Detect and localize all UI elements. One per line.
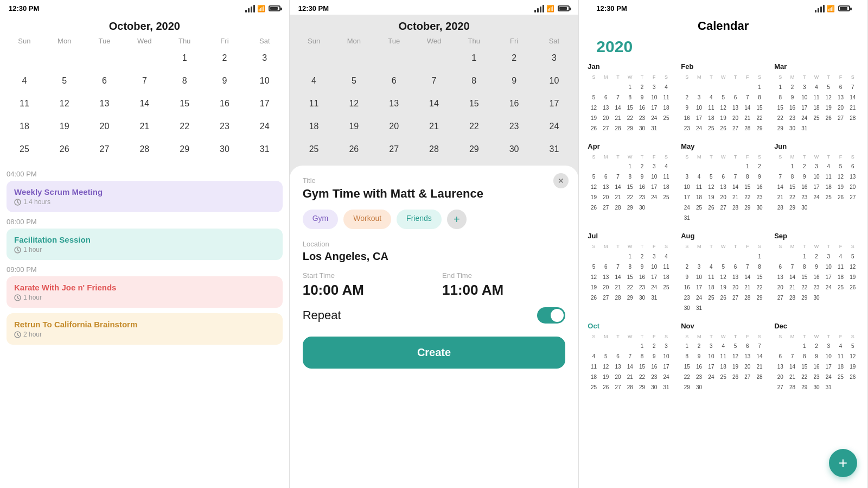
mini-day-cell[interactable]: 5 bbox=[717, 262, 729, 272]
mini-day-cell[interactable]: 1 bbox=[786, 162, 798, 172]
mini-day-cell[interactable]: 4 bbox=[705, 262, 717, 272]
mini-day-cell[interactable]: 13 bbox=[729, 103, 741, 113]
mini-day-cell[interactable]: 6 bbox=[774, 262, 786, 272]
mini-day-cell[interactable]: 7 bbox=[786, 262, 798, 272]
mini-day-cell[interactable]: 30 bbox=[754, 203, 765, 213]
mini-day-cell[interactable]: 25 bbox=[834, 372, 846, 382]
mini-day-cell[interactable]: 22 bbox=[786, 193, 798, 202]
mini-day-cell[interactable]: 18 bbox=[705, 113, 717, 123]
mini-day-cell[interactable]: 6 bbox=[600, 93, 612, 103]
mini-day-cell[interactable]: 9 bbox=[810, 262, 822, 272]
cal-day[interactable]: 17 bbox=[245, 93, 285, 115]
mini-day-cell[interactable]: 6 bbox=[600, 172, 612, 182]
cal-day[interactable]: 16 bbox=[205, 93, 245, 115]
mini-day-cell[interactable]: 21 bbox=[624, 372, 636, 382]
mini-day-cell[interactable]: 30 bbox=[636, 203, 648, 213]
cal-day[interactable]: 2 bbox=[494, 47, 534, 69]
mini-day-cell[interactable]: 4 bbox=[660, 252, 672, 262]
mini-day-cell[interactable]: 8 bbox=[681, 352, 693, 362]
mini-day-cell[interactable]: 19 bbox=[847, 362, 859, 372]
mini-day-cell[interactable]: 25 bbox=[717, 372, 729, 382]
mini-day-cell[interactable]: 23 bbox=[648, 372, 660, 382]
mini-day-cell[interactable]: 23 bbox=[636, 283, 648, 293]
mini-day-cell[interactable]: 30 bbox=[636, 124, 648, 134]
mini-day-cell[interactable]: 6 bbox=[742, 341, 754, 351]
add-tag-button[interactable]: + bbox=[447, 210, 467, 229]
mini-day-cell[interactable]: 16 bbox=[648, 362, 660, 372]
cal-day[interactable]: 26 bbox=[44, 138, 85, 160]
cal-day[interactable]: 13 bbox=[374, 93, 414, 115]
cal-day[interactable]: 19 bbox=[44, 116, 85, 137]
cal-day[interactable]: 26 bbox=[334, 138, 374, 160]
mini-day-cell[interactable]: 26 bbox=[834, 193, 846, 202]
mini-day-cell[interactable]: 12 bbox=[834, 172, 846, 182]
mini-day-cell[interactable]: 26 bbox=[588, 203, 599, 213]
mini-day-cell[interactable]: 27 bbox=[834, 113, 846, 123]
mini-day-cell[interactable]: 18 bbox=[660, 272, 672, 282]
mini-day-cell[interactable]: 1 bbox=[774, 83, 786, 92]
mini-day-cell[interactable]: 23 bbox=[636, 193, 648, 202]
mini-day-cell[interactable]: 20 bbox=[729, 113, 741, 123]
mini-day-cell[interactable]: 17 bbox=[810, 182, 822, 192]
mini-day-cell[interactable]: 16 bbox=[693, 362, 705, 372]
cal-day[interactable]: 2 bbox=[205, 47, 245, 69]
mini-day-cell[interactable]: 28 bbox=[754, 372, 765, 382]
mini-day-cell[interactable]: 13 bbox=[774, 362, 786, 372]
cal-day[interactable]: 30 bbox=[205, 138, 245, 160]
mini-day-cell[interactable]: 17 bbox=[660, 362, 672, 372]
mini-day-cell[interactable]: 24 bbox=[693, 124, 705, 134]
mini-day-cell[interactable]: 1 bbox=[754, 83, 765, 92]
mini-day-cell[interactable]: 9 bbox=[648, 352, 660, 362]
mini-day-cell[interactable]: 8 bbox=[742, 172, 754, 182]
mini-day-cell[interactable]: 26 bbox=[717, 293, 729, 303]
mini-day-cell[interactable]: 21 bbox=[612, 193, 624, 202]
mini-day-cell[interactable]: 16 bbox=[810, 272, 822, 282]
cal-day[interactable] bbox=[44, 47, 85, 69]
mini-day-cell[interactable]: 14 bbox=[742, 103, 754, 113]
mini-day-cell[interactable]: 29 bbox=[754, 293, 765, 303]
mini-day-cell[interactable]: 8 bbox=[799, 352, 810, 362]
mini-day-cell[interactable]: 9 bbox=[681, 272, 693, 282]
mini-day-cell[interactable]: 23 bbox=[681, 293, 693, 303]
mini-day-cell[interactable]: 29 bbox=[624, 203, 636, 213]
mini-day-cell[interactable]: 11 bbox=[660, 93, 672, 103]
mini-day-cell[interactable]: 12 bbox=[588, 272, 599, 282]
mini-day-cell[interactable]: 23 bbox=[810, 283, 822, 293]
mini-day-cell[interactable]: 7 bbox=[754, 341, 765, 351]
mini-day-cell[interactable]: 19 bbox=[847, 272, 859, 282]
tag-gym[interactable]: Gym bbox=[303, 210, 339, 229]
mini-day-cell[interactable]: 20 bbox=[774, 283, 786, 293]
mini-day-cell[interactable]: 17 bbox=[822, 272, 834, 282]
mini-day-cell[interactable]: 2 bbox=[754, 162, 765, 172]
mini-day-cell[interactable]: 20 bbox=[612, 372, 624, 382]
cal-day[interactable]: 15 bbox=[164, 93, 205, 115]
mini-day-cell[interactable]: 16 bbox=[754, 182, 765, 192]
mini-day-cell[interactable]: 16 bbox=[636, 103, 648, 113]
mini-day-cell[interactable]: 9 bbox=[786, 93, 798, 103]
cal-day[interactable]: 21 bbox=[414, 116, 454, 137]
mini-day-cell[interactable]: 10 bbox=[693, 103, 705, 113]
mini-day-cell[interactable]: 12 bbox=[822, 93, 834, 103]
mini-day-cell[interactable]: 21 bbox=[742, 283, 754, 293]
mini-day-cell[interactable]: 18 bbox=[834, 362, 846, 372]
cal-day[interactable]: 8 bbox=[164, 70, 205, 92]
cal-day[interactable]: 16 bbox=[494, 93, 534, 115]
mini-day-cell[interactable]: 15 bbox=[754, 272, 765, 282]
mini-day-cell[interactable]: 19 bbox=[588, 283, 599, 293]
mini-day-cell[interactable]: 3 bbox=[693, 262, 705, 272]
mini-day-cell[interactable]: 19 bbox=[717, 113, 729, 123]
mini-day-cell[interactable]: 19 bbox=[834, 182, 846, 192]
mini-day-cell[interactable]: 14 bbox=[624, 362, 636, 372]
event-card[interactable]: Karate With Joe n' Friends 1 hour bbox=[7, 276, 283, 308]
cal-day[interactable]: 24 bbox=[245, 116, 285, 137]
mini-day-cell[interactable]: 9 bbox=[636, 172, 648, 182]
repeat-toggle[interactable] bbox=[537, 307, 565, 324]
mini-day-cell[interactable]: 13 bbox=[729, 272, 741, 282]
mini-day-cell[interactable]: 1 bbox=[624, 162, 636, 172]
mini-day-cell[interactable]: 29 bbox=[799, 383, 810, 392]
event-card[interactable]: Facilitation Session 1 hour bbox=[7, 229, 283, 260]
fab-add-button[interactable]: + bbox=[829, 449, 857, 477]
mini-day-cell[interactable]: 4 bbox=[693, 172, 705, 182]
mini-day-cell[interactable]: 8 bbox=[624, 93, 636, 103]
mini-day-cell[interactable]: 28 bbox=[742, 293, 754, 303]
